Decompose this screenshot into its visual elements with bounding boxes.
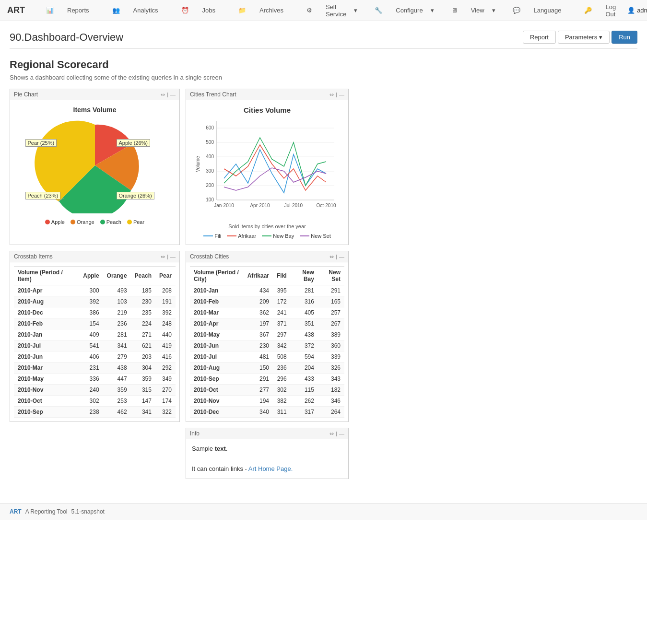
col-period-item: Volume (Period / Item) (14, 267, 79, 285)
nav-item-reports[interactable]: 📊 Reports (35, 0, 101, 21)
cell-pear: 191 (155, 296, 176, 307)
crosstab-cities-minimize-icon[interactable]: — (339, 254, 344, 259)
cell-orange: 281 (103, 329, 131, 340)
pie-chart-controls: ⇔ | — (161, 92, 176, 98)
cell-fiki: 296 (273, 374, 291, 385)
legend-dot-pear (127, 220, 132, 224)
col-pear: Pear (155, 267, 176, 285)
pie-chart-resize-icon[interactable]: ⇔ (161, 92, 165, 98)
cell-apple: 409 (79, 329, 103, 340)
report-button[interactable]: Report (523, 31, 556, 44)
run-button[interactable]: Run (612, 31, 637, 44)
cell-period: 2010-Feb (14, 318, 79, 329)
crosstab-items-rows: 2010-Apr 300 493 185 208 2010-Aug 392 10… (14, 285, 176, 418)
scorecard-description: Shows a dashboard collecting some of the… (10, 74, 637, 81)
crosstab-cities-rows: 2010-Jan 434 395 281 291 2010-Feb 209 17… (190, 285, 344, 418)
legend-label-apple: Apple (51, 219, 65, 225)
table-row: 2010-Jan 409 281 271 440 (14, 329, 176, 340)
nav-item-logout[interactable]: 🔑 Log Out (573, 0, 627, 21)
cell-afrikaar: 291 (244, 374, 273, 385)
cell-peach: 359 (131, 374, 155, 385)
nav-item-view[interactable]: 🖥 View ▾ (440, 0, 501, 21)
cell-fiki: 236 (273, 363, 291, 374)
svg-text:500: 500 (206, 140, 214, 145)
footer-brand[interactable]: ART (10, 508, 22, 515)
content-area: Regional Scorecard Shows a dashboard col… (0, 54, 647, 489)
legend-label-newset: New Set (311, 233, 331, 239)
legend-item-fili: Fili (203, 233, 221, 239)
crosstab-items-minimize-icon[interactable]: — (170, 254, 176, 259)
info-panel-separator: | (336, 431, 337, 436)
pie-chart-minimize-icon[interactable]: — (170, 92, 176, 97)
nav-item-selfservice[interactable]: ⚙ Self Service ▾ (295, 0, 363, 21)
cell-afrikaar: 367 (244, 329, 273, 340)
crosstab-cities-body: Volume (Period / City) Afrikaar Fiki New… (186, 262, 348, 422)
navbar: ART 📊 Reports 👥 Analytics ⏰ Jobs 📁 Archi… (0, 0, 647, 21)
info-link[interactable]: Art Home Page. (248, 465, 293, 472)
cell-period: 2010-Dec (14, 307, 79, 318)
cell-newset: 339 (318, 351, 344, 363)
info-panel-resize-icon[interactable]: ⇔ (329, 431, 334, 437)
crosstab-cities-header-row: Volume (Period / City) Afrikaar Fiki New… (190, 267, 344, 285)
parameters-button[interactable]: Parameters ▾ (558, 31, 610, 44)
cities-chart-separator: | (336, 92, 337, 97)
cell-peach: 203 (131, 351, 155, 363)
table-row: 2010-Feb 209 172 316 165 (190, 296, 344, 307)
cell-newbay: 281 (291, 285, 318, 296)
crosstab-items-resize-icon[interactable]: ⇔ (161, 254, 165, 260)
cities-chart-title: Cities Trend Chart (190, 91, 236, 98)
nav-brand[interactable]: ART (7, 5, 25, 15)
cell-period: 2010-Mar (190, 307, 244, 318)
user-icon: 👤 (627, 7, 635, 14)
pie-chart-panel: Pie Chart ⇔ | — Items Volume Apple (26%)… (10, 89, 180, 245)
nav-item-archives[interactable]: 📁 Archives (227, 0, 295, 21)
cell-apple: 406 (79, 351, 103, 363)
cities-chart-resize-icon[interactable]: ⇔ (329, 92, 334, 98)
nav-item-language[interactable]: 💬 Language (501, 0, 573, 21)
cell-orange: 253 (103, 396, 131, 407)
cell-orange: 438 (103, 363, 131, 374)
page-header: 90.Dashboard-Overview Report Parameters … (0, 21, 647, 48)
nav-item-configure[interactable]: 🔧 Configure ▾ (363, 0, 439, 21)
cell-period: 2010-Feb (190, 296, 244, 307)
cell-period: 2010-Oct (14, 396, 79, 407)
reports-icon: 📊 (40, 0, 59, 21)
cell-pear: 248 (155, 318, 176, 329)
cell-afrikaar: 481 (244, 351, 273, 363)
nav-item-jobs[interactable]: ⏰ Jobs (170, 0, 227, 21)
legend-line-newset (300, 235, 309, 236)
pie-chart-body: Items Volume Apple (26%) Pear (25%) Oran… (10, 100, 179, 233)
col-peach: Peach (131, 267, 155, 285)
cell-peach: 230 (131, 296, 155, 307)
crosstab-cities-title: Crosstab Cities (190, 253, 229, 260)
cell-pear: 440 (155, 329, 176, 340)
nav-item-analytics[interactable]: 👥 Analytics (101, 0, 170, 21)
info-panel-header: Info ⇔ | — (186, 428, 348, 439)
crosstab-cities-resize-icon[interactable]: ⇔ (329, 254, 334, 260)
cell-pear: 292 (155, 363, 176, 374)
crosstab-items-header: Crosstab Items ⇔ | — (10, 251, 179, 262)
info-panel-title: Info (190, 430, 200, 437)
cell-peach: 304 (131, 363, 155, 374)
grid-empty (10, 428, 180, 479)
cities-chart-controls: ⇔ | — (329, 92, 344, 98)
cell-newset: 165 (318, 296, 344, 307)
cell-afrikaar: 434 (244, 285, 273, 296)
svg-text:100: 100 (206, 197, 214, 202)
legend-label-afrikaar: Afrikaar (238, 233, 256, 239)
col-orange: Orange (103, 267, 131, 285)
archives-icon: 📁 (233, 0, 252, 21)
cell-fiki: 172 (273, 296, 291, 307)
cell-newset: 343 (318, 374, 344, 385)
cell-newbay: 351 (291, 318, 318, 329)
cell-newbay: 115 (291, 385, 318, 396)
info-panel-minimize-icon[interactable]: — (339, 431, 344, 436)
cities-chart-minimize-icon[interactable]: — (339, 92, 344, 97)
cell-peach: 235 (131, 307, 155, 318)
cell-afrikaar: 277 (244, 385, 273, 396)
cell-period: 2010-Jun (190, 340, 244, 351)
footer-description: A Reporting Tool (25, 508, 68, 515)
parameters-chevron-icon: ▾ (599, 34, 602, 41)
crosstab-items-body: Volume (Period / Item) Apple Orange Peac… (10, 262, 179, 422)
legend-dot-apple (45, 220, 50, 224)
